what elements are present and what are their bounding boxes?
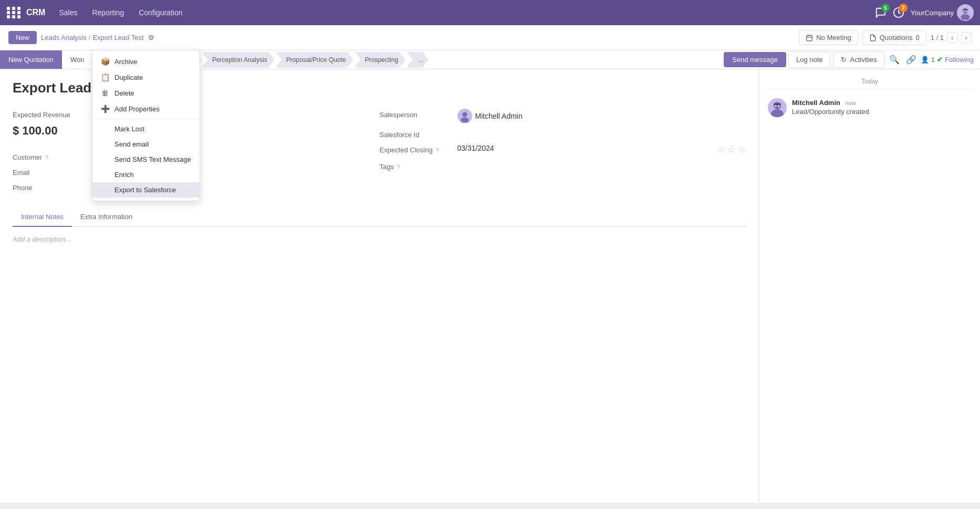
- following-button[interactable]: ✔ Following: [937, 56, 974, 64]
- form-right: Salesperson Mitchell Admin Sale: [380, 107, 747, 199]
- messages-button[interactable]: 5: [875, 7, 887, 18]
- nav-sales[interactable]: Sales: [54, 6, 82, 19]
- archive-label: Archive: [114, 58, 137, 66]
- followers-button[interactable]: 👤 1: [921, 56, 935, 64]
- breadcrumb-leads[interactable]: Leads Analysis: [41, 34, 87, 41]
- stage-prospecting[interactable]: Prospecting: [355, 52, 405, 68]
- dropdown-mark-lost[interactable]: Mark Lost: [92, 121, 200, 137]
- dropdown-enrich[interactable]: Enrich: [92, 167, 200, 182]
- following-check-icon: ✔: [937, 56, 943, 64]
- activity-button[interactable]: 7: [893, 7, 904, 18]
- stage-perception[interactable]: Perception Analysis: [202, 52, 275, 68]
- next-page-button[interactable]: ›: [961, 32, 972, 43]
- followers-count: 1: [931, 56, 935, 64]
- star-1[interactable]: ☆: [717, 144, 725, 155]
- messages-badge: 5: [881, 4, 890, 12]
- dropdown-menu: 📦 Archive 📋 Duplicate 🗑 Delete ➕ Add Pro…: [92, 50, 200, 201]
- chatter-body-0: Mitchell Admin now Lead/Opportunity crea…: [792, 98, 972, 117]
- svg-rect-19: [774, 103, 781, 105]
- tab-extra-information[interactable]: Extra Information: [72, 207, 141, 227]
- dropdown-archive[interactable]: 📦 Archive: [92, 54, 200, 69]
- nav-configuration[interactable]: Configuration: [133, 6, 187, 19]
- svg-point-15: [774, 102, 781, 109]
- gear-icon[interactable]: ⚙: [148, 34, 154, 41]
- chatter-date-header: Today: [768, 78, 972, 90]
- svg-point-5: [966, 11, 967, 12]
- user-avatar: [957, 4, 974, 21]
- stage-more[interactable]: ...: [406, 52, 429, 68]
- expected-closing-label: Expected Closing ?: [380, 144, 453, 154]
- expected-closing-value[interactable]: 03/31/2024: [457, 144, 707, 152]
- salesperson-field: Salesperson Mitchell Admin: [380, 109, 747, 123]
- dropdown-send-email[interactable]: Send email: [92, 137, 200, 152]
- delete-icon: 🗑: [101, 89, 109, 97]
- breadcrumb: Leads Analysis / Export Lead Test ⚙: [41, 34, 154, 41]
- dropdown-delete[interactable]: 🗑 Delete: [92, 85, 200, 101]
- salesperson-label: Salesperson: [380, 109, 453, 119]
- breadcrumb-right: No Meeting Quotations 0 1 / 1 ‹ ›: [799, 30, 972, 45]
- export-salesforce-label: Export to Salesforce: [114, 186, 176, 194]
- archive-icon: 📦: [101, 57, 109, 66]
- salesperson-avatar: [457, 109, 472, 123]
- phone-label: Phone: [13, 182, 86, 192]
- quotations-button[interactable]: Quotations 0: [862, 30, 926, 45]
- star-2[interactable]: ☆: [727, 144, 736, 155]
- company-name: YourCompany: [911, 9, 954, 17]
- customer-help-icon: ?: [45, 154, 48, 161]
- user-menu[interactable]: YourCompany: [911, 4, 974, 21]
- duplicate-icon: 📋: [101, 73, 109, 81]
- no-meeting-button[interactable]: No Meeting: [799, 30, 858, 45]
- email-label: Email: [13, 167, 86, 176]
- chatter-avatar: [768, 98, 787, 117]
- nav-reporting[interactable]: Reporting: [87, 6, 129, 19]
- dropdown-duplicate[interactable]: 📋 Duplicate: [92, 69, 200, 85]
- svg-point-12: [462, 112, 467, 117]
- link-icon[interactable]: 🔗: [904, 53, 919, 67]
- dropdown-add-properties[interactable]: ➕ Add Properties: [92, 101, 200, 117]
- chatter-area: Today Mitchell Admin now Lead/Opportunit…: [759, 69, 980, 503]
- search-icon[interactable]: 🔍: [887, 53, 902, 67]
- new-quotation-button[interactable]: New Quotation: [0, 50, 62, 69]
- chatter-time: now: [846, 100, 856, 106]
- stage-proposal[interactable]: Proposal/Price Quote: [276, 52, 353, 68]
- prev-page-button[interactable]: ‹: [947, 32, 957, 43]
- breadcrumb-bar: New Leads Analysis / Export Lead Test ⚙ …: [0, 25, 980, 50]
- mark-lost-label: Mark Lost: [114, 125, 144, 133]
- tabs-bar: Internal Notes Extra Information: [13, 207, 746, 227]
- quotations-label: Quotations: [880, 34, 913, 41]
- breadcrumb-record[interactable]: Export Lead Test: [92, 34, 143, 41]
- nav-brand[interactable]: CRM: [26, 8, 45, 17]
- salesforce-id-field: Salesforce Id: [380, 129, 747, 139]
- send-message-button[interactable]: Send message: [724, 52, 786, 67]
- log-note-button[interactable]: Log note: [788, 51, 831, 68]
- new-record-button[interactable]: New: [8, 31, 37, 44]
- salesperson-value[interactable]: Mitchell Admin: [475, 112, 523, 120]
- send-sms-label: Send SMS Text Message: [114, 155, 191, 163]
- star-3[interactable]: ☆: [738, 144, 746, 155]
- dropdown-send-sms[interactable]: Send SMS Text Message: [92, 152, 200, 167]
- person-icon: 👤: [921, 56, 929, 64]
- won-button[interactable]: Won: [62, 50, 93, 69]
- page-navigation: 1 / 1 ‹ ›: [931, 32, 972, 43]
- action-right: Send message Log note ↻ Activities 🔍 🔗 👤…: [724, 51, 980, 68]
- priority-stars: ☆ ☆ ☆: [717, 144, 746, 155]
- duplicate-label: Duplicate: [114, 74, 143, 81]
- activity-badge: 7: [899, 4, 908, 12]
- activities-button[interactable]: ↻ Activities: [833, 51, 885, 68]
- tab-internal-notes[interactable]: Internal Notes: [13, 207, 72, 227]
- salesperson-value-row: Mitchell Admin: [457, 109, 523, 123]
- tags-label: Tags ?: [380, 161, 453, 171]
- add-properties-icon: ➕: [101, 105, 109, 113]
- add-description-placeholder[interactable]: Add a description...: [13, 235, 746, 243]
- top-navigation: CRM Sales Reporting Configuration 5 7 Yo…: [0, 0, 980, 25]
- expected-closing-help-icon: ?: [435, 147, 439, 153]
- nav-right-area: 5 7 YourCompany: [875, 4, 974, 21]
- quotations-count: 0: [916, 34, 920, 41]
- expected-revenue-label: Expected Revenue: [13, 109, 86, 119]
- chatter-message-0: Mitchell Admin now Lead/Opportunity crea…: [768, 98, 972, 117]
- svg-rect-7: [807, 35, 812, 41]
- dropdown-export-salesforce[interactable]: Export to Salesforce: [92, 182, 200, 198]
- apps-menu-icon[interactable]: [6, 5, 22, 20]
- svg-point-4: [963, 11, 965, 12]
- refresh-icon: ↻: [841, 56, 847, 64]
